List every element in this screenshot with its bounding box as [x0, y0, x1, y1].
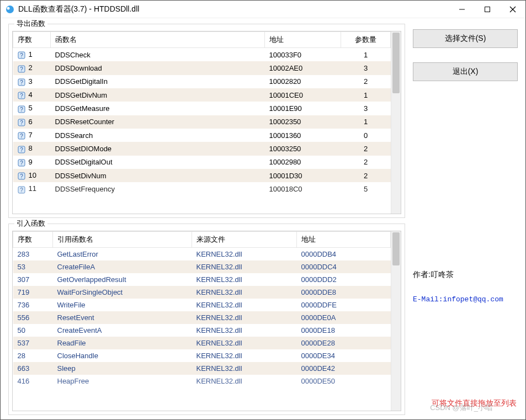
svg-text:?: ? [20, 160, 23, 166]
export-header-seq[interactable]: 序数 [13, 32, 51, 48]
email-label: E-Mail:infopet@qq.com [413, 295, 518, 304]
svg-text:?: ? [20, 133, 23, 139]
import-header-seq[interactable]: 序数 [13, 232, 53, 248]
export-header-addr[interactable]: 地址 [265, 32, 341, 48]
question-icon: ? [18, 131, 28, 140]
table-row[interactable]: ?1DDSCheck100033F01 [13, 48, 391, 62]
export-scrollbar[interactable] [391, 31, 401, 214]
svg-text:?: ? [20, 187, 23, 193]
question-icon: ? [18, 172, 28, 180]
author-label: 作者:叮咚茶 [413, 270, 518, 280]
export-header-argc[interactable]: 参数量 [341, 32, 391, 48]
question-icon: ? [18, 64, 28, 73]
table-row[interactable]: 719WaitForSingleObjectKERNEL32.dll0000DD… [13, 286, 391, 299]
svg-text:?: ? [20, 106, 23, 112]
export-group-label: 导出函数 [14, 19, 47, 29]
svg-line-5 [510, 7, 516, 12]
table-row[interactable]: 50CreateEventAKERNEL32.dll0000DE18 [13, 324, 391, 337]
svg-rect-3 [485, 7, 490, 12]
table-row[interactable]: 736WriteFileKERNEL32.dll0000DDFE [13, 299, 391, 311]
import-header-addr[interactable]: 地址 [297, 232, 391, 248]
table-row[interactable]: ?9DDSSetDigitalOut100029802 [13, 156, 391, 169]
maximize-button[interactable] [475, 1, 500, 18]
svg-point-0 [6, 6, 14, 13]
table-row[interactable]: ?5DDSGetMeasure10001E903 [13, 102, 391, 115]
choose-file-button[interactable]: 选择文件(S) [413, 29, 518, 48]
svg-text:?: ? [20, 52, 23, 59]
svg-text:?: ? [20, 79, 23, 86]
export-functions-group: 导出函数 序数 函数名 地址 参数量 ?1DDSCheck100033F01?2… [8, 24, 405, 218]
svg-text:?: ? [20, 93, 23, 99]
import-header-name[interactable]: 引用函数名 [53, 232, 192, 248]
table-row[interactable]: 307GetOverlappedResultKERNEL32.dll0000DD… [13, 273, 391, 286]
table-row[interactable]: ?10DDSSetDivNum10001D302 [13, 169, 391, 182]
app-icon [5, 4, 15, 14]
table-row[interactable]: 53CreateFileAKERNEL32.dll0000DDC4 [13, 260, 391, 273]
question-icon: ? [18, 77, 28, 86]
drag-hint: 可将文件直接拖放至列表 [432, 398, 517, 408]
table-row[interactable]: 556ResetEventKERNEL32.dll0000DE0A [13, 311, 391, 324]
svg-text:?: ? [20, 66, 23, 72]
minimize-button[interactable] [449, 1, 475, 18]
table-row[interactable]: ?2DDSDownload10002AE03 [13, 61, 391, 75]
question-icon: ? [18, 145, 28, 153]
import-table[interactable]: 序数 引用函数名 来源文件 地址 283GetLastErrorKERNEL32… [13, 231, 391, 387]
export-table[interactable]: 序数 函数名 地址 参数量 ?1DDSCheck100033F01?2DDSDo… [13, 31, 391, 196]
export-header-name[interactable]: 函数名 [51, 32, 265, 48]
svg-text:?: ? [20, 120, 23, 126]
question-icon: ? [18, 51, 28, 60]
question-icon: ? [18, 91, 28, 100]
import-header-src[interactable]: 来源文件 [192, 232, 297, 248]
question-icon: ? [18, 158, 28, 167]
table-row[interactable]: ?11DDSSetFrequency100018C05 [13, 182, 391, 195]
table-row[interactable]: 416HeapFreeKERNEL32.dll0000DE50 [13, 375, 391, 387]
table-row[interactable]: 537ReadFileKERNEL32.dll0000DE28 [13, 337, 391, 349]
table-row[interactable]: 28CloseHandleKERNEL32.dll0000DE34 [13, 349, 391, 362]
import-scrollbar[interactable] [391, 231, 401, 411]
close-button[interactable] [500, 1, 525, 18]
svg-text:?: ? [20, 173, 23, 179]
titlebar: DLL函数查看器(3.7) - HTDDSDll.dll [1, 1, 525, 18]
table-row[interactable]: ?8DDSSetDIOMode100032502 [13, 142, 391, 155]
question-icon: ? [18, 118, 28, 127]
question-icon: ? [18, 185, 28, 194]
table-row[interactable]: 283GetLastErrorKERNEL32.dll0000DDB4 [13, 248, 391, 261]
table-row[interactable]: ?4DDSGetDivNum10001CE01 [13, 88, 391, 102]
svg-text:?: ? [20, 146, 23, 152]
svg-point-1 [7, 7, 10, 9]
table-row[interactable]: ?3DDSGetDigitalIn100028202 [13, 75, 391, 88]
table-row[interactable]: ?6DDSResetCounter100023501 [13, 115, 391, 129]
question-icon: ? [18, 104, 28, 113]
table-row[interactable]: 663SleepKERNEL32.dll0000DE42 [13, 362, 391, 375]
window-title: DLL函数查看器(3.7) - HTDDSDll.dll [18, 4, 449, 14]
import-functions-group: 引入函数 序数 引用函数名 来源文件 地址 283GetLastErrorKER… [8, 224, 405, 415]
exit-button[interactable]: 退出(X) [413, 62, 518, 81]
table-row[interactable]: ?7DDSSearch100013600 [13, 129, 391, 142]
email-value: infopet@qq.com [443, 295, 503, 304]
import-group-label: 引入函数 [14, 219, 47, 228]
svg-line-4 [510, 7, 516, 12]
